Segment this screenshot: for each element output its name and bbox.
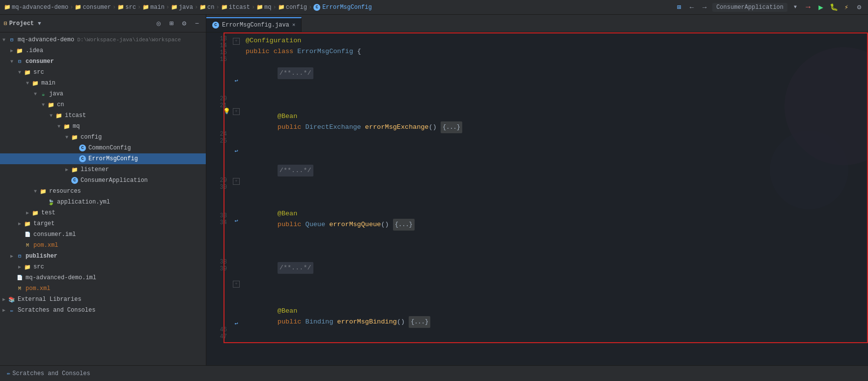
tree-item-pomxml-consumer[interactable]: M pom.xml [0,240,206,251]
code-line-41 [246,338,868,349]
profile-button[interactable]: ⚡ [841,2,851,12]
breadcrumb-root[interactable]: 📁 mq-advanced-demo [4,4,68,11]
lightbulb-25[interactable]: 💡 [223,108,230,115]
sidebar-settings-icon[interactable]: ⚙ [179,19,189,29]
code-line-19 [246,100,868,111]
bottom-scratches[interactable]: ✏ Scratches and Consoles [4,368,93,379]
back-icon[interactable]: ← [687,2,697,12]
gutter-47[interactable]: + [231,281,242,288]
line-num-16: 16 [206,56,231,63]
tree-item-root-iml[interactable]: 📄 mq-advanced-demo.iml [0,272,206,283]
tree-item-errormsgconfig[interactable]: C ErrorMsgConfig [0,153,206,164]
tree-item-consumerapplication[interactable]: C ConsumerApplication [0,175,206,186]
editor-tab-errormsgconfig[interactable]: C ErrorMsgConfig.java × [206,17,302,32]
scratches-label: Scratches and Consoles [12,370,90,377]
gutter-34[interactable]: + [231,178,242,185]
tree-item-java[interactable]: ▼ ☕ java [0,88,206,99]
code-line-37 [246,295,868,306]
tree-item-applicationyml[interactable]: 🍃 application.yml [0,197,206,207]
expand-25[interactable]: + [233,108,240,115]
tree-item-external-libs[interactable]: ▶ 📚 External Libraries [0,294,206,305]
code-line-34: /**...*/ [246,263,868,273]
tree-item-idea[interactable]: ▶ 📁 .idea [0,45,206,56]
code-line-13: @Configuration [246,35,868,46]
code-line-43 [246,360,868,365]
tree-item-itcast[interactable]: ▼ 📁 itcast [0,110,206,121]
run-config-name[interactable]: ConsumerApplication [712,3,787,12]
gutter-51: ↩ [231,320,242,327]
code-line-24 [246,154,868,165]
gutter-16[interactable]: + [231,38,242,45]
code-line-17 [246,79,868,89]
tree-item-cn[interactable]: ▼ 📁 cn [0,99,206,110]
expand-47[interactable]: + [233,281,240,288]
tree-item-listener[interactable]: ▶ 📁 listener [0,164,206,175]
debug-button[interactable]: 🐛 [829,2,839,12]
tree-item-resources[interactable]: ▼ 📁 resources [0,186,206,197]
code-line-30: public Queue errorMsgQueue() {...} [246,219,868,230]
tree-item-scratches[interactable]: ▶ ✏ Scratches and Consoles [0,305,206,316]
line-num-30: 30 [206,184,231,191]
sidebar-header-icons: ◎ ⊞ ⚙ − [154,19,202,29]
tree-item-mq[interactable]: ▼ 📁 mq [0,121,206,132]
gutter-20: ↩ [231,77,242,85]
line-num-46: 46 [206,326,231,333]
run-button[interactable]: ▶ [816,2,826,12]
expand-16[interactable]: + [233,38,240,45]
code-line-36 [246,284,868,295]
editor-area: C ErrorMsgConfig.java × 13 14 15 16 [206,15,868,365]
code-content[interactable]: @Configuration public class ErrorMsgConf… [242,32,868,365]
forward-icon[interactable]: → [700,2,709,12]
tab-close-button[interactable]: × [292,22,296,28]
tree-item-pomxml-root[interactable]: M pom.xml [0,283,206,294]
line-num-14: 14 [206,42,231,49]
code-line-42 [246,349,868,360]
arrow-right-icon[interactable]: → [803,2,813,12]
tree-item-src2[interactable]: ▶ 📁 src [0,262,206,272]
gutter-39 [231,225,242,226]
screen-icon[interactable]: ⊞ [674,2,684,12]
tree-item-consumer[interactable]: ▼ ⊟ consumer [0,56,206,67]
gutter-52 [231,327,242,328]
dropdown-icon[interactable]: ▼ [790,2,800,12]
code-line-27 [246,187,868,198]
locate-icon[interactable]: ◎ [154,19,164,29]
tab-class-icon: C [212,22,219,29]
bottom-bar: ✏ Scratches and Consoles [0,365,868,381]
editor-tabs: C ErrorMsgConfig.java × [206,15,868,32]
breadcrumb: 📁 mq-advanced-demo › 📁 consumer › 📁 src … [4,4,372,11]
line-num-25: 25 [206,138,231,145]
arrow-51[interactable]: ↩ [234,320,238,327]
line-num-39: 39 [206,265,231,272]
code-line-39: public Binding errorMsgBinding() {...} [246,317,868,327]
tree-item-src[interactable]: ▼ 📁 src [0,67,206,78]
arrow-20[interactable]: ↩ [234,77,238,85]
project-tree: ▼ ⊟ mq-advanced-demo D:\Workspace-java\i… [0,32,206,365]
gutter: + ↩ + 💡 ↩ + ↩ [231,32,242,365]
line-num-24: 24 [206,131,231,138]
scratches-icon: ✏ [7,370,10,377]
expand-34[interactable]: + [233,178,240,185]
tree-item-consumeriml[interactable]: 📄 consumer.iml [0,229,206,240]
line-num-38: 38 [206,259,231,265]
tab-label: ErrorMsgConfig.java [222,22,289,29]
arrow-29[interactable]: ↩ [234,147,238,155]
main-area: ⊟ Project ▼ ◎ ⊞ ⚙ − ▼ ⊟ mq-advanced-demo… [0,15,868,365]
tree-item-config[interactable]: ▼ 📁 config [0,132,206,143]
code-line-38: @Bean [246,306,868,317]
tree-item-test[interactable]: ▶ 📁 test [0,207,206,218]
tree-item-root[interactable]: ▼ ⊟ mq-advanced-demo D:\Workspace-java\i… [0,34,206,45]
expand-all-icon[interactable]: ⊞ [167,19,176,29]
line-num-13: 13 [206,35,231,42]
settings-icon[interactable]: ⚙ [854,2,864,12]
gutter-25[interactable]: + 💡 [231,108,242,115]
tree-item-publisher[interactable]: ▶ ⊟ publisher [0,251,206,262]
tree-item-commonconfig[interactable]: C CommonConfig [0,143,206,153]
collapse-icon[interactable]: − [192,19,202,29]
arrow-38[interactable]: ↩ [234,217,238,225]
tree-item-target[interactable]: ▶ 📁 target [0,218,206,229]
gutter-29: ↩ [231,147,242,155]
code-line-23 [246,144,868,154]
tree-item-main[interactable]: ▼ 📁 main [0,78,206,88]
toolbar-right: ⊞ ← → ConsumerApplication ▼ → ▶ 🐛 ⚡ ⚙ [674,2,864,12]
